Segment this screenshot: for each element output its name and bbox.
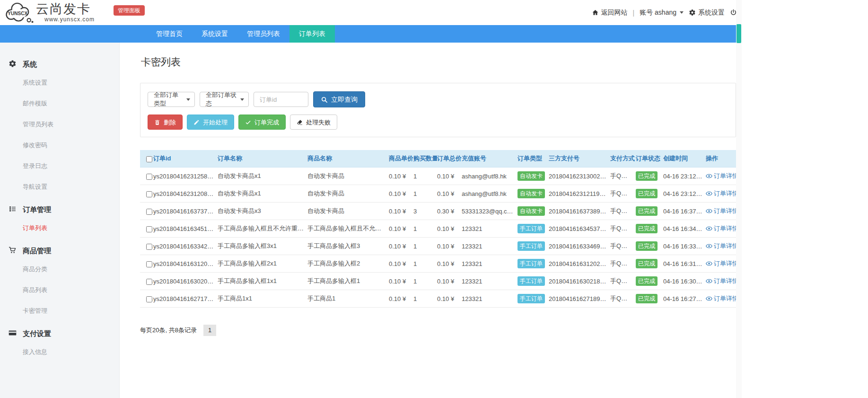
sidebar-item[interactable]: 接入信息 xyxy=(0,342,119,363)
pencil-icon xyxy=(193,119,200,125)
cell-unit-price: 0.10 ¥ xyxy=(389,255,413,273)
cell-order-name: 自动发卡商品x1 xyxy=(218,185,307,203)
sidebar-item[interactable]: 商品列表 xyxy=(0,280,119,301)
delete-button[interactable]: 删除 xyxy=(148,115,183,130)
row-checkbox[interactable] xyxy=(146,244,152,250)
sidebar-item[interactable]: 卡密管理 xyxy=(0,301,119,321)
cell-checkbox xyxy=(140,238,153,255)
eye-icon xyxy=(706,225,712,232)
scrollbar-thumb[interactable] xyxy=(736,24,741,43)
nav-tab-2[interactable]: 管理员列表 xyxy=(237,25,289,43)
nav-tab-3[interactable]: 订单列表 xyxy=(289,25,335,43)
order-detail-link[interactable]: 订单详情 xyxy=(706,172,736,180)
chevron-down-icon xyxy=(186,98,190,101)
cell-total-price: 0.10 ¥ xyxy=(437,255,462,273)
row-checkbox[interactable] xyxy=(146,209,152,215)
brand-logo[interactable]: YUNSCX 云尚发卡 www.yunscx.com xyxy=(4,1,95,25)
row-checkbox[interactable] xyxy=(146,261,152,267)
vertical-scrollbar[interactable] xyxy=(736,0,742,398)
nav-tab-1[interactable]: 系统设置 xyxy=(192,25,237,43)
sidebar-item[interactable]: 修改密码 xyxy=(0,135,119,156)
cell-pay-method: 手Q扫码 xyxy=(610,185,636,203)
cell-order-type: 自动发卡 xyxy=(517,203,549,220)
column-header-5: 订单总价 xyxy=(437,150,462,168)
cell-third-party-no: 2018041616334693637 xyxy=(549,238,610,255)
search-button[interactable]: 立即查询 xyxy=(313,91,365,107)
system-settings-link[interactable]: 系统设置 xyxy=(689,9,725,17)
order-detail-link[interactable]: 订单详情 xyxy=(706,259,736,268)
cell-order-id: ys2018041623120886538 xyxy=(153,185,218,203)
cell-product-name: 自动发卡商品 xyxy=(307,168,389,185)
cell-product-name: 手工商品多输入框1 xyxy=(307,273,389,290)
process-failed-button[interactable]: 处理失败 xyxy=(290,115,337,130)
cell-order-name: 手工商品1x1 xyxy=(218,290,307,308)
order-detail-label: 订单详情 xyxy=(714,224,736,233)
start-processing-button[interactable]: 开始处理 xyxy=(187,115,234,130)
sidebar-item[interactable]: 导航设置 xyxy=(0,177,119,197)
sidebar-item[interactable]: 商品分类 xyxy=(0,259,119,280)
cell-quantity: 1 xyxy=(413,168,437,185)
page-number-button[interactable]: 1 xyxy=(203,325,216,336)
cell-order-status: 已完成 xyxy=(636,203,663,220)
cell-checkbox xyxy=(140,168,153,185)
cell-account: ashang@utf8.hk xyxy=(462,168,517,185)
cell-action: 订单详情 xyxy=(706,238,736,255)
eye-icon xyxy=(706,243,712,249)
cell-order-name: 自动发卡商品x1 xyxy=(218,168,307,185)
cell-pay-method: 手Q扫码 xyxy=(610,255,636,273)
order-detail-link[interactable]: 订单详情 xyxy=(706,189,736,198)
order-detail-link[interactable]: 订单详情 xyxy=(706,294,736,303)
sidebar-item[interactable]: 管理员列表 xyxy=(0,114,119,135)
row-checkbox[interactable] xyxy=(146,226,152,232)
nav-tab-0[interactable]: 管理首页 xyxy=(147,25,192,43)
order-complete-button[interactable]: 订单完成 xyxy=(238,115,286,130)
sidebar-item[interactable]: 登录日志 xyxy=(0,156,119,177)
select-all-checkbox[interactable] xyxy=(146,156,152,162)
order-type-badge: 手工订单 xyxy=(517,224,545,233)
cell-order-id: ys2018041616302074378 xyxy=(153,273,218,290)
row-checkbox[interactable] xyxy=(146,296,152,302)
cell-order-status: 已完成 xyxy=(636,290,663,308)
admin-panel-badge: 管理面板 xyxy=(114,5,145,16)
cell-quantity: 1 xyxy=(413,185,437,203)
check-icon xyxy=(245,119,251,125)
cell-order-name: 自动发卡商品x3 xyxy=(218,203,307,220)
row-checkbox[interactable] xyxy=(146,191,152,197)
cell-third-party-no: 2018041616373892665 xyxy=(549,203,610,220)
cell-account: 123321 xyxy=(462,255,517,273)
trash-icon xyxy=(154,119,160,125)
cell-unit-price: 0.10 ¥ xyxy=(389,203,413,220)
cell-order-id: ys2018041616271791116 xyxy=(153,290,218,308)
sidebar-item[interactable]: 邮件模版 xyxy=(0,93,119,114)
table-row: ys2018041623125861259自动发卡商品x1自动发卡商品0.10 … xyxy=(140,168,736,185)
sidebar-item[interactable]: 订单列表 xyxy=(0,218,119,239)
cell-quantity: 1 xyxy=(413,273,437,290)
cell-quantity: 1 xyxy=(413,255,437,273)
cell-order-id: ys2018041616373794565 xyxy=(153,203,218,220)
order-detail-link[interactable]: 订单详情 xyxy=(706,242,736,250)
order-detail-link[interactable]: 订单详情 xyxy=(706,277,736,285)
order-detail-link[interactable]: 订单详情 xyxy=(706,207,736,215)
order-detail-link[interactable]: 订单详情 xyxy=(706,224,736,233)
order-type-badge: 手工订单 xyxy=(517,259,545,268)
order-type-select[interactable]: 全部订单类型 xyxy=(148,92,195,107)
status-badge: 已完成 xyxy=(636,276,658,286)
action-button-label: 订单完成 xyxy=(254,119,279,125)
table-row: ys2018041616271791116手工商品1x1手工商品10.10 ¥1… xyxy=(140,290,736,308)
back-to-site-link[interactable]: 返回网站 xyxy=(592,9,628,17)
cell-checkbox xyxy=(140,185,153,203)
cell-created-at: 04-16 23:12:08 xyxy=(663,185,706,203)
order-status-select[interactable]: 全部订单状态 xyxy=(200,92,249,107)
account-dropdown[interactable]: 账号 ashang xyxy=(640,9,684,17)
order-id-input[interactable] xyxy=(254,92,308,107)
cell-action: 订单详情 xyxy=(706,203,736,220)
sidebar-item[interactable]: 系统设置 xyxy=(0,72,119,93)
brand-logo-text: YUNSCX xyxy=(8,11,27,16)
pagination: 每页20条, 共8条记录 1 xyxy=(140,325,736,336)
cell-total-price: 0.10 ¥ xyxy=(437,273,462,290)
cell-quantity: 1 xyxy=(413,238,437,255)
cell-action: 订单详情 xyxy=(706,220,736,238)
cell-order-status: 已完成 xyxy=(636,185,663,203)
row-checkbox[interactable] xyxy=(146,174,152,180)
row-checkbox[interactable] xyxy=(146,279,152,285)
